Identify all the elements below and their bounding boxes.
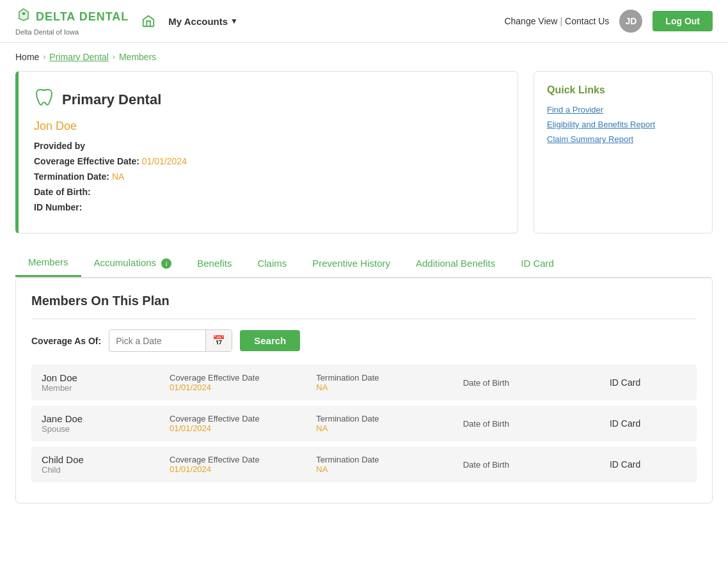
member-coverage-col: Coverage Effective Date 01/01/2024 [170, 373, 316, 392]
member-termination-col: Termination Date NA [316, 414, 463, 433]
card-header: Primary Dental [34, 87, 502, 112]
member-termination-col: Termination Date NA [316, 373, 463, 392]
quick-link-find-provider[interactable]: Find a Provider [547, 105, 699, 115]
card-id-number: ID Number: [34, 202, 502, 212]
member-role: Member [42, 383, 170, 393]
coverage-as-of-label: Coverage As Of: [31, 336, 101, 346]
table-row: Child Doe Child Coverage Effective Date … [31, 446, 697, 482]
tab-accumulations[interactable]: Accumulations i [81, 249, 185, 276]
quick-link-claim-summary[interactable]: Claim Summary Report [547, 134, 699, 144]
change-view-link[interactable]: Change View [504, 16, 557, 26]
member-id-col: ID Card [610, 418, 686, 429]
termination-col-value: NA [316, 464, 463, 474]
my-accounts-button[interactable]: My Accounts ▼ [168, 16, 238, 27]
member-name-col: Jon Doe Member [42, 372, 170, 393]
member-name: Jon Doe [42, 372, 170, 383]
members-title: Members On This Plan [31, 294, 697, 308]
card-coverage-date: Coverage Effective Date: 01/01/2024 [34, 156, 502, 166]
card-title: Primary Dental [62, 91, 161, 108]
tabs: Members Accumulations i Benefits Claims … [15, 249, 713, 278]
my-accounts-label: My Accounts [168, 16, 228, 27]
delta-dental-icon [15, 6, 32, 27]
tab-claims[interactable]: Claims [244, 250, 299, 276]
member-dob-col: Date of Birth [463, 419, 610, 429]
quick-link-eligibility[interactable]: Eligibility and Benefits Report [547, 120, 699, 129]
id-card-label: ID Card [610, 377, 640, 388]
breadcrumb-home[interactable]: Home [15, 52, 39, 62]
logo-area: DELTA DENTAL Delta Dental of Iowa [15, 6, 129, 36]
coverage-row: Coverage As Of: 📅 Search [31, 329, 697, 352]
table-row: Jon Doe Member Coverage Effective Date 0… [31, 365, 697, 400]
card-row: Primary Dental Jon Doe Provided by Cover… [15, 71, 713, 233]
dob-col-label: Date of Birth [463, 460, 610, 470]
tab-id-card[interactable]: ID Card [508, 250, 567, 276]
tab-members[interactable]: Members [15, 249, 81, 277]
search-button[interactable]: Search [240, 330, 300, 351]
section-divider [31, 319, 697, 319]
chevron-down-icon: ▼ [230, 17, 238, 26]
coverage-col-value: 01/01/2024 [170, 423, 316, 433]
coverage-date-label: Coverage Effective Date: [34, 156, 139, 166]
coverage-col-value: 01/01/2024 [170, 464, 316, 474]
logo-text: DELTA DENTAL [15, 6, 129, 27]
breadcrumb-sep-2: › [113, 52, 115, 61]
member-id-col: ID Card [610, 459, 686, 470]
coverage-col-label: Coverage Effective Date [170, 455, 316, 464]
contact-us-link[interactable]: Contact Us [565, 16, 609, 26]
card-provided-by: Provided by [34, 141, 502, 151]
member-dob-col: Date of Birth [463, 460, 610, 470]
termination-col-label: Termination Date [316, 414, 463, 423]
members-section: Members On This Plan Coverage As Of: 📅 S… [15, 278, 713, 503]
termination-col-value: NA [316, 383, 463, 392]
tab-additional-benefits[interactable]: Additional Benefits [403, 250, 508, 276]
header-right: Change View | Contact Us JD Log Out [504, 10, 713, 33]
coverage-col-value: 01/01/2024 [170, 383, 316, 392]
header-links: Change View | Contact Us [504, 16, 609, 26]
primary-dental-card: Primary Dental Jon Doe Provided by Cover… [15, 71, 518, 233]
calendar-button[interactable]: 📅 [205, 330, 232, 351]
tab-benefits[interactable]: Benefits [184, 250, 244, 276]
date-input-wrapper: 📅 [109, 329, 232, 352]
termination-date-label: Termination Date: [34, 171, 109, 182]
header: DELTA DENTAL Delta Dental of Iowa My Acc… [0, 0, 728, 43]
dob-col-label: Date of Birth [463, 419, 610, 429]
termination-col-label: Termination Date [316, 373, 463, 383]
id-card-label: ID Card [610, 418, 640, 429]
avatar[interactable]: JD [619, 10, 642, 33]
tab-preventive-history[interactable]: Preventive History [299, 250, 403, 276]
logo-name: DELTA DENTAL [36, 10, 129, 24]
logout-button[interactable]: Log Out [653, 11, 713, 31]
member-coverage-col: Coverage Effective Date 01/01/2024 [170, 414, 316, 433]
member-dob-col: Date of Birth [463, 378, 610, 388]
member-coverage-col: Coverage Effective Date 01/01/2024 [170, 455, 316, 474]
tooth-icon [34, 87, 54, 112]
termination-col-value: NA [316, 423, 463, 433]
card-termination-date: Termination Date: NA [34, 171, 502, 182]
coverage-date-value: 01/01/2024 [142, 156, 187, 166]
member-role: Spouse [42, 424, 170, 434]
termination-col-label: Termination Date [316, 455, 463, 464]
id-number-label: ID Number: [34, 202, 82, 212]
home-icon [141, 14, 155, 28]
logo-sub: Delta Dental of Iowa [15, 28, 129, 36]
breadcrumb-primary-dental[interactable]: Primary Dental [49, 52, 109, 62]
breadcrumb-members: Members [119, 52, 156, 62]
coverage-col-label: Coverage Effective Date [170, 373, 316, 383]
table-row: Jane Doe Spouse Coverage Effective Date … [31, 406, 697, 441]
quick-links-box: Quick Links Find a Provider Eligibility … [534, 71, 713, 233]
member-termination-col: Termination Date NA [316, 455, 463, 474]
date-input[interactable] [109, 331, 205, 351]
coverage-col-label: Coverage Effective Date [170, 414, 316, 423]
breadcrumb: Home › Primary Dental › Members [0, 43, 728, 71]
card-member-name: Jon Doe [34, 120, 502, 133]
member-name-col: Jane Doe Spouse [42, 413, 170, 434]
breadcrumb-sep-1: › [43, 52, 45, 61]
card-dob: Date of Birth: [34, 187, 502, 197]
provided-by-label: Provided by [34, 141, 85, 151]
separator: | [560, 16, 562, 26]
dob-label: Date of Birth: [34, 187, 91, 197]
dob-col-label: Date of Birth [463, 378, 610, 388]
home-nav[interactable] [141, 14, 155, 28]
member-id-col: ID Card [610, 377, 686, 388]
quick-links-title: Quick Links [547, 84, 699, 96]
